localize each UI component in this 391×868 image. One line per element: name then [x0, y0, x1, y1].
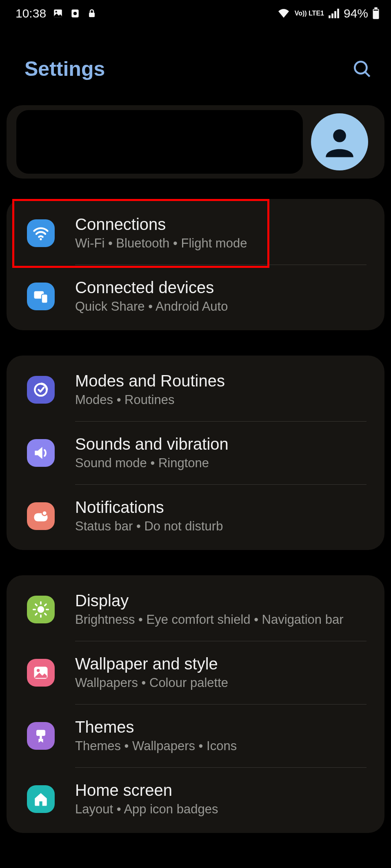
svg-rect-11 [373, 10, 378, 11]
item-title: Themes [75, 718, 367, 736]
svg-rect-10 [374, 7, 378, 9]
settings-group: Modes and Routines Modes • Routines Soun… [7, 356, 384, 550]
settings-group: Connections Wi-Fi • Bluetooth • Flight m… [7, 199, 384, 330]
status-time: 10:38 [16, 7, 46, 20]
settings-item-notifications[interactable]: Notifications Status bar • Do not distur… [7, 484, 384, 548]
page-title: Settings [24, 57, 105, 81]
svg-rect-33 [40, 736, 42, 739]
item-title: Wallpaper and style [75, 655, 367, 673]
svg-point-3 [73, 11, 78, 16]
svg-line-27 [45, 613, 46, 614]
item-subtitle: Themes • Wallpapers • Icons [75, 739, 367, 753]
svg-point-31 [37, 669, 40, 671]
svg-point-14 [333, 129, 346, 142]
header: Settings [0, 24, 391, 105]
item-text: Themes Themes • Wallpapers • Icons [75, 718, 367, 753]
settings-group: Display Brightness • Eye comfort shield … [7, 575, 384, 833]
svg-rect-17 [42, 294, 48, 303]
item-subtitle: Sound mode • Ringtone [75, 456, 367, 470]
settings-item-themes[interactable]: Themes Themes • Wallpapers • Icons [7, 704, 384, 767]
settings-item-display[interactable]: Display Brightness • Eye comfort shield … [7, 578, 384, 641]
lock-icon [87, 8, 97, 19]
settings-item-connected-devices[interactable]: Connected devices Quick Share • Android … [7, 265, 384, 328]
svg-rect-4 [89, 13, 95, 17]
target-icon [27, 376, 55, 404]
notification-icon [27, 502, 55, 530]
item-text: Sounds and vibration Sound mode • Ringto… [75, 435, 367, 470]
settings-item-wallpaper-style[interactable]: Wallpaper and style Wallpapers • Colour … [7, 641, 384, 704]
network-badge: Vo)) LTE1 [295, 11, 324, 16]
item-title: Connected devices [75, 278, 367, 297]
search-button[interactable] [352, 59, 372, 79]
item-text: Notifications Status bar • Do not distur… [75, 498, 367, 534]
brush-icon [27, 722, 55, 750]
svg-rect-8 [337, 9, 339, 18]
item-subtitle: Modes • Routines [75, 393, 367, 407]
account-card[interactable] [7, 105, 384, 179]
svg-rect-5 [329, 15, 331, 18]
item-title: Sounds and vibration [75, 435, 367, 453]
svg-line-28 [36, 613, 37, 614]
home-icon [27, 785, 55, 813]
settings-item-sounds-vibration[interactable]: Sounds and vibration Sound mode • Ringto… [7, 421, 384, 484]
settings-item-connections[interactable]: Connections Wi-Fi • Bluetooth • Flight m… [7, 201, 384, 265]
picture-icon [27, 659, 55, 687]
svg-line-29 [45, 604, 46, 605]
item-text: Connected devices Quick Share • Android … [75, 278, 367, 314]
svg-rect-7 [334, 11, 336, 18]
image-icon [53, 8, 63, 19]
signal-icon [328, 9, 340, 18]
status-battery: 94% [344, 7, 368, 20]
item-subtitle: Wallpapers • Colour palette [75, 676, 367, 690]
status-bar: 10:38 Vo)) LTE1 94% [0, 0, 391, 24]
item-text: Display Brightness • Eye comfort shield … [75, 592, 367, 627]
item-title: Connections [75, 215, 367, 234]
settings-item-home-screen[interactable]: Home screen Layout • App icon badges [7, 767, 384, 830]
item-text: Wallpaper and style Wallpapers • Colour … [75, 655, 367, 690]
svg-point-21 [38, 606, 44, 613]
svg-line-26 [36, 604, 37, 605]
wifi-icon [27, 219, 55, 247]
item-title: Notifications [75, 498, 367, 517]
sun-icon [27, 596, 55, 623]
item-subtitle: Status bar • Do not disturb [75, 519, 367, 534]
item-subtitle: Layout • App icon badges [75, 802, 367, 817]
item-text: Connections Wi-Fi • Bluetooth • Flight m… [75, 215, 367, 251]
item-text: Modes and Routines Modes • Routines [75, 372, 367, 407]
item-title: Home screen [75, 781, 367, 800]
wifi-status-icon [277, 8, 291, 19]
battery-icon [372, 7, 380, 20]
status-left: 10:38 [16, 7, 97, 20]
svg-point-12 [355, 62, 367, 73]
item-title: Modes and Routines [75, 372, 367, 390]
svg-point-20 [42, 510, 47, 515]
devices-icon [27, 283, 55, 310]
avatar[interactable] [311, 113, 368, 170]
item-subtitle: Wi-Fi • Bluetooth • Flight mode [75, 236, 367, 251]
settings-item-modes-routines[interactable]: Modes and Routines Modes • Routines [7, 358, 384, 421]
clock-icon [70, 8, 80, 19]
svg-rect-6 [331, 13, 333, 18]
item-text: Home screen Layout • App icon badges [75, 781, 367, 817]
item-title: Display [75, 592, 367, 610]
svg-point-1 [56, 11, 57, 13]
svg-rect-32 [36, 730, 45, 736]
speaker-icon [27, 439, 55, 467]
svg-point-15 [40, 238, 42, 240]
status-right: Vo)) LTE1 94% [277, 7, 380, 20]
item-subtitle: Quick Share • Android Auto [75, 299, 367, 314]
svg-line-13 [365, 72, 369, 76]
item-subtitle: Brightness • Eye comfort shield • Naviga… [75, 612, 367, 627]
